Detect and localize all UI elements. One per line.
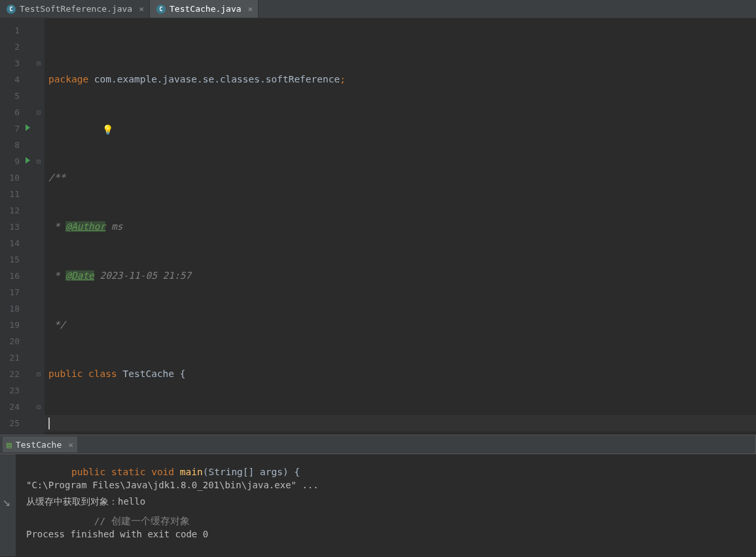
close-icon[interactable]: × bbox=[139, 4, 144, 14]
intention-bulb-icon[interactable]: 💡 bbox=[102, 122, 113, 138]
application-icon: ▤ bbox=[7, 440, 12, 450]
code-editor[interactable]: 123 456 7 8 9 101112 131415 161718 19202… bbox=[0, 18, 756, 435]
tab-testcache[interactable]: C TestCache.java × bbox=[150, 0, 259, 18]
editor-tab-bar: C TestSoftReference.java × C TestCache.j… bbox=[0, 0, 756, 18]
run-gutter-icon[interactable] bbox=[26, 124, 30, 131]
java-class-icon: C bbox=[156, 5, 166, 14]
java-class-icon: C bbox=[7, 5, 16, 14]
close-icon[interactable]: × bbox=[248, 4, 253, 14]
tool-window-side-stripe[interactable]: ↘ bbox=[0, 454, 13, 552]
tab-label: TestCache.java bbox=[170, 4, 242, 14]
text-caret bbox=[48, 418, 50, 429]
fold-column: ⊟⊡ ⊟ ⊟⊡ bbox=[33, 18, 45, 435]
line-number-gutter: 123 456 7 8 9 101112 131415 161718 19202… bbox=[0, 18, 33, 435]
tab-label: TestSoftReference.java bbox=[20, 4, 132, 14]
code-area[interactable]: 💡 package com.example.javase.se.classes.… bbox=[45, 18, 756, 435]
run-gutter-icon[interactable] bbox=[26, 157, 30, 164]
tab-testsoftreference[interactable]: C TestSoftReference.java × bbox=[0, 0, 150, 18]
